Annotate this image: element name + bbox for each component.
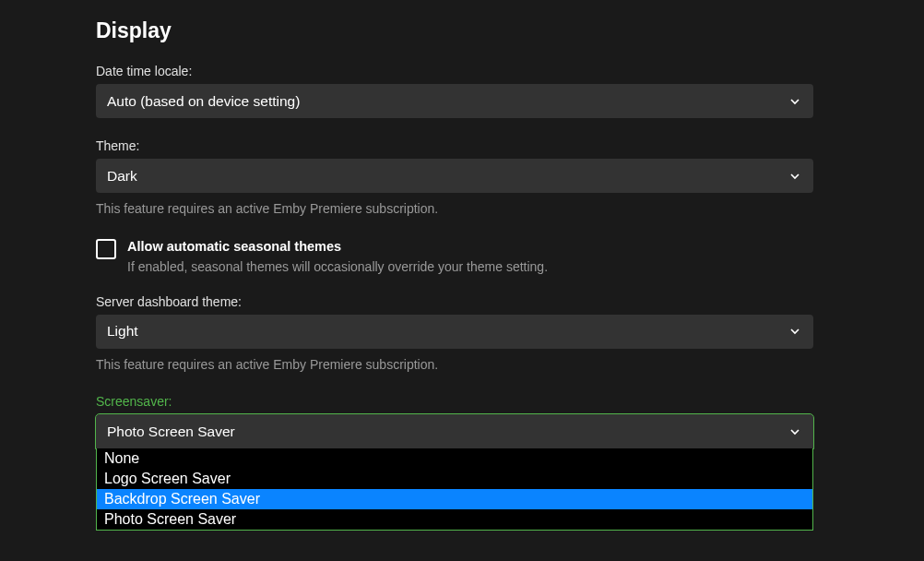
screensaver-option[interactable]: Logo Screen Saver: [97, 469, 812, 489]
dashboard-theme-help: This feature requires an active Emby Pre…: [96, 356, 813, 375]
seasonal-themes-row: Allow automatic seasonal themes If enabl…: [96, 239, 813, 274]
screensaver-value: Photo Screen Saver: [107, 424, 235, 440]
screensaver-dropdown: NoneLogo Screen SaverBackdrop Screen Sav…: [96, 448, 813, 531]
screensaver-field: Screensaver: Photo Screen Saver NoneLogo…: [96, 394, 813, 448]
seasonal-themes-label: Allow automatic seasonal themes: [127, 239, 548, 254]
theme-select[interactable]: Dark: [96, 159, 813, 193]
screensaver-option[interactable]: Backdrop Screen Saver: [97, 489, 812, 509]
dashboard-theme-select[interactable]: Light: [96, 315, 813, 349]
screensaver-select[interactable]: Photo Screen Saver: [96, 414, 813, 448]
theme-help: This feature requires an active Emby Pre…: [96, 200, 813, 219]
dashboard-theme-label: Server dashboard theme:: [96, 294, 813, 309]
datetime-locale-value: Auto (based on device setting): [107, 93, 300, 110]
dashboard-theme-value: Light: [107, 323, 138, 340]
theme-label: Theme:: [96, 138, 813, 153]
screensaver-option[interactable]: Photo Screen Saver: [97, 509, 812, 530]
theme-value: Dark: [107, 168, 137, 185]
datetime-locale-label: Date time locale:: [96, 64, 813, 78]
theme-field: Theme: Dark This feature requires an act…: [96, 138, 813, 219]
screensaver-label: Screensaver:: [96, 394, 813, 409]
screensaver-option[interactable]: None: [97, 448, 812, 469]
dashboard-theme-field: Server dashboard theme: Light This featu…: [96, 294, 813, 375]
seasonal-themes-help: If enabled, seasonal themes will occasio…: [127, 259, 548, 274]
seasonal-themes-checkbox[interactable]: [96, 239, 116, 259]
datetime-locale-field: Date time locale: Auto (based on device …: [96, 64, 813, 118]
datetime-locale-select[interactable]: Auto (based on device setting): [96, 84, 813, 118]
page-title: Display: [96, 18, 813, 43]
